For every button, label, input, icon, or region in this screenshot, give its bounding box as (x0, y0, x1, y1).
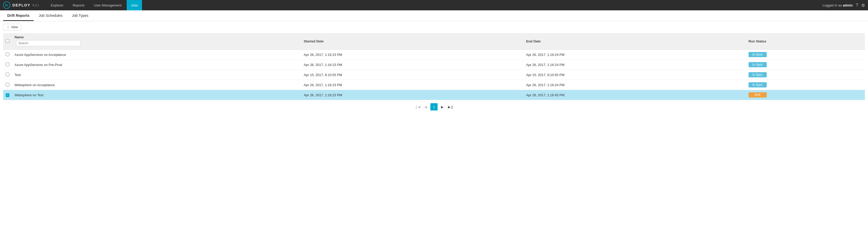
nav-user-management[interactable]: User Management (90, 0, 126, 10)
table-row[interactable]: Azure AppServices on AcceptanceApr 26, 2… (3, 50, 865, 60)
row-started-date: Apr 26, 2017, 1:16:23 PM (301, 90, 523, 100)
status-badge: Drift (749, 92, 767, 98)
table-container: Name Started Date End Date Run Status Az… (0, 33, 868, 100)
search-input[interactable] (16, 40, 81, 46)
nav-jobs[interactable]: Jobs (127, 0, 142, 10)
row-checkbox[interactable] (6, 53, 9, 56)
table-row[interactable]: TestApr 15, 2017, 8:10:55 PMApr 15, 2017… (3, 70, 865, 80)
pagination: ❙◀ ◀ 1 ▶ ▶❙ (0, 100, 868, 113)
row-status: In Sync (746, 50, 865, 60)
logged-in-label: Logged in as admin (823, 3, 853, 7)
row-name: Websphere on Acceptance (12, 80, 301, 90)
help-icon[interactable]: ? (856, 3, 858, 7)
select-all-checkbox[interactable] (6, 39, 9, 43)
pagination-next[interactable]: ▶ (439, 103, 446, 110)
table-header-row: Name Started Date End Date Run Status (3, 33, 865, 50)
brand-logo-text: XL (5, 4, 8, 7)
brand-logo: XL (3, 2, 10, 9)
view-button[interactable]: ⋮ View (3, 24, 21, 31)
row-name: Azure AppServices on Pre-Prod (12, 60, 301, 70)
view-icon: ⋮ (6, 25, 9, 29)
run-status-header: Run Status (746, 33, 865, 50)
table-body: Azure AppServices on AcceptanceApr 26, 2… (3, 50, 865, 100)
row-name: Websphere on Test (12, 90, 301, 100)
brand-name: DEPLOY (12, 3, 31, 7)
name-header-label: Name (14, 35, 299, 39)
pagination-page-1[interactable]: 1 (430, 103, 438, 110)
end-date-header: End Date (523, 33, 746, 50)
tab-drift-reports[interactable]: Drift Reports (3, 10, 34, 21)
pagination-prev[interactable]: ◀ (422, 103, 429, 110)
row-checkbox[interactable]: ✓ (6, 93, 9, 97)
row-checkbox-cell[interactable] (3, 80, 12, 90)
toolbar: ⋮ View (0, 21, 868, 33)
row-checkbox-cell[interactable]: ✓ (3, 90, 12, 100)
row-checkbox[interactable] (6, 73, 9, 76)
row-end-date: Apr 26, 2017, 1:16:45 PM (523, 90, 746, 100)
nav-explorer[interactable]: Explorer (46, 0, 67, 10)
row-status: In Sync (746, 80, 865, 90)
row-started-date: Apr 15, 2017, 8:10:55 PM (301, 70, 523, 80)
nav-links: Explorer Reports User Management Jobs (46, 0, 823, 10)
row-started-date: Apr 26, 2017, 1:16:23 PM (301, 50, 523, 60)
row-checkbox[interactable] (6, 63, 9, 66)
table-row[interactable]: Websphere on AcceptanceApr 26, 2017, 1:1… (3, 80, 865, 90)
drift-reports-table: Name Started Date End Date Run Status Az… (3, 33, 865, 100)
topnav-right: Logged in as admin ? ⚙ (823, 3, 865, 8)
brand-version: 6.2.1 (33, 4, 39, 7)
table-row[interactable]: ✓Websphere on TestApr 26, 2017, 1:16:23 … (3, 90, 865, 100)
started-date-header: Started Date (301, 33, 523, 50)
status-badge: In Sync (749, 52, 767, 57)
brand: XL DEPLOY 6.2.1 (3, 2, 39, 9)
row-end-date: Apr 15, 2017, 8:10:55 PM (523, 70, 746, 80)
nav-reports[interactable]: Reports (68, 0, 89, 10)
top-navigation: XL DEPLOY 6.2.1 Explorer Reports User Ma… (0, 0, 868, 10)
sub-tabs: Drift Reports Job Schedules Job Types (0, 10, 868, 21)
row-status: Drift (746, 90, 865, 100)
row-started-date: Apr 26, 2017, 1:16:23 PM (301, 80, 523, 90)
table-row[interactable]: Azure AppServices on Pre-ProdApr 26, 201… (3, 60, 865, 70)
row-checkbox-cell[interactable] (3, 60, 12, 70)
row-end-date: Apr 26, 2017, 1:16:24 PM (523, 50, 746, 60)
row-name: Test (12, 70, 301, 80)
name-header: Name (12, 33, 301, 50)
row-checkbox[interactable] (6, 83, 9, 87)
tab-job-schedules[interactable]: Job Schedules (35, 10, 67, 21)
status-badge: In Sync (749, 72, 767, 77)
row-name: Azure AppServices on Acceptance (12, 50, 301, 60)
pagination-last[interactable]: ▶❙ (447, 103, 454, 110)
row-status: In Sync (746, 70, 865, 80)
select-all-header[interactable] (3, 33, 12, 50)
search-cell (14, 39, 299, 47)
pagination-first[interactable]: ❙◀ (414, 103, 421, 110)
tab-job-types[interactable]: Job Types (68, 10, 93, 21)
row-end-date: Apr 26, 2017, 1:16:24 PM (523, 80, 746, 90)
row-status: In Sync (746, 60, 865, 70)
settings-icon[interactable]: ⚙ (861, 3, 865, 8)
status-badge: In Sync (749, 82, 767, 88)
row-started-date: Apr 26, 2017, 1:16:23 PM (301, 60, 523, 70)
row-end-date: Apr 26, 2017, 1:16:24 PM (523, 60, 746, 70)
status-badge: In Sync (749, 62, 767, 67)
row-checkbox-cell[interactable] (3, 50, 12, 60)
row-checkbox-cell[interactable] (3, 70, 12, 80)
